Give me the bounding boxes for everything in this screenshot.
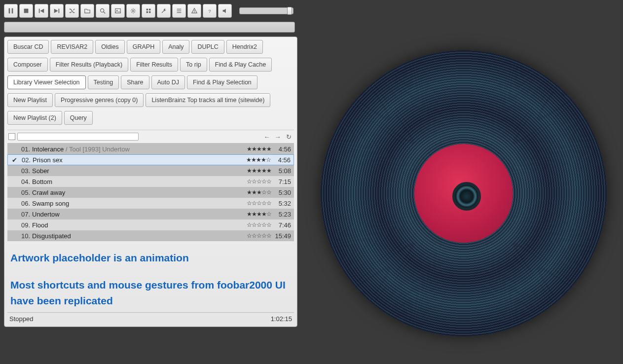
tab-share[interactable]: Share (121, 75, 149, 89)
tab-testing[interactable]: Testing (88, 75, 119, 89)
track-duration: 5:23 (271, 211, 292, 218)
tab-oldies[interactable]: Oldies (95, 40, 124, 54)
search-button[interactable] (96, 4, 110, 18)
mute-button[interactable] (218, 4, 232, 18)
tab-find-play-cache[interactable]: Find & Play Cache (209, 58, 272, 72)
track-row[interactable]: 07. Undertow★★★★☆5:23 (7, 209, 294, 219)
svg-point-11 (132, 10, 134, 12)
image-button[interactable] (111, 4, 125, 18)
track-duration: 7:46 (271, 221, 292, 229)
filter-input[interactable] (17, 133, 139, 141)
playlist-panel: Buscar CDREVISAR2OldiesGRAPHAnalyDUPLCHe… (4, 36, 297, 327)
warning-button[interactable] (187, 4, 201, 18)
track-number: 06. (18, 200, 30, 207)
nav-forward-button[interactable]: → (273, 132, 282, 141)
seek-bar[interactable] (4, 22, 295, 33)
track-list: 01. Intolerance / Tool [1993] Undertow★★… (7, 143, 294, 241)
tab-revisar2[interactable]: REVISAR2 (51, 40, 93, 54)
annotation-line1: Artwork placeholder is an animation (10, 250, 291, 266)
open-button[interactable] (80, 4, 94, 18)
status-bar: Stopped 1:02:15 (7, 312, 294, 324)
track-row[interactable]: 03. Sober★★★★★5:08 (7, 165, 294, 176)
svg-rect-15 (149, 11, 151, 13)
track-number: 10. (18, 232, 30, 240)
tab-composer[interactable]: Composer (7, 58, 48, 72)
tab-filter-results[interactable]: Filter Results (130, 58, 178, 72)
track-number: 09. (18, 221, 30, 229)
list-button[interactable] (172, 4, 186, 18)
track-title: Undertow (30, 211, 242, 218)
volume-slider[interactable] (239, 7, 293, 14)
svg-text:?: ? (208, 8, 211, 14)
track-rating: ★★★★☆ (242, 211, 271, 218)
svg-rect-13 (149, 9, 151, 11)
svg-rect-9 (115, 9, 121, 13)
svg-marker-4 (40, 9, 44, 13)
track-duration: 7:15 (271, 178, 292, 185)
track-rating: ☆☆☆☆☆ (242, 200, 271, 207)
track-duration: 4:56 (271, 146, 292, 153)
track-row[interactable]: 01. Intolerance / Tool [1993] Undertow★★… (7, 144, 294, 154)
tab-new-playlist[interactable]: New Playlist (7, 93, 53, 107)
track-row[interactable]: 04. Bottom☆☆☆☆☆7:15 (7, 176, 294, 187)
track-row[interactable]: 06. Swamp song☆☆☆☆☆5:32 (7, 198, 294, 209)
tab-query[interactable]: Query (64, 111, 93, 125)
track-title: Swamp song (30, 200, 242, 207)
svg-rect-1 (12, 8, 13, 14)
wrench-button[interactable] (157, 4, 171, 18)
tools-button[interactable] (142, 4, 155, 18)
tab-graph[interactable]: GRAPH (127, 40, 160, 54)
track-duration: 5:32 (271, 200, 292, 207)
volume-thumb[interactable] (287, 7, 292, 15)
tab-find-play-selection[interactable]: Find & Play Selection (187, 75, 257, 89)
svg-rect-3 (39, 9, 40, 13)
track-duration: 4:56 (271, 156, 292, 164)
next-button[interactable] (50, 4, 64, 18)
stop-button[interactable] (19, 4, 33, 18)
tab-duplc[interactable]: DUPLC (191, 40, 224, 54)
svg-rect-2 (24, 9, 29, 13)
track-title: Sober (30, 167, 242, 175)
tab-to-rip[interactable]: To rip (180, 58, 207, 72)
svg-rect-12 (147, 9, 148, 11)
nav-reload-button[interactable]: ↻ (284, 132, 293, 141)
track-number: 05. (18, 189, 30, 196)
track-row[interactable]: 10. Disgustipated☆☆☆☆☆15:49 (7, 230, 294, 241)
prev-button[interactable] (35, 4, 48, 18)
track-rating: ★★★★☆ (241, 156, 271, 163)
track-duration: 5:30 (271, 189, 292, 196)
track-rating: ★★★☆☆ (242, 189, 271, 196)
track-duration: 5:08 (271, 167, 292, 175)
track-rating: ☆☆☆☆☆ (242, 178, 271, 185)
track-number: 02. (19, 156, 31, 164)
tab-hendrix2[interactable]: Hendrix2 (226, 40, 263, 54)
help-button[interactable]: ? (203, 4, 217, 18)
track-row[interactable]: ✔02. Prison sex★★★★☆4:56 (7, 154, 294, 165)
tab-listenbrainz-top-tracks-all-time-sitewide-[interactable]: ListenBrainz Top tracks all time (sitewi… (146, 93, 270, 107)
settings-button[interactable] (126, 4, 140, 18)
artwork-panel (311, 31, 617, 356)
vinyl-record-icon (321, 50, 607, 336)
nav-back-button[interactable]: ← (262, 132, 271, 141)
tab-progressive-genres-copy-0-[interactable]: Progressive genres (copy 0) (55, 93, 144, 107)
main-toolbar: ? (4, 4, 619, 18)
pause-button[interactable] (4, 4, 18, 18)
track-number: 04. (18, 178, 30, 185)
shuffle-button[interactable] (65, 4, 79, 18)
vinyl-label (414, 144, 513, 243)
filter-checkbox[interactable] (8, 133, 15, 140)
tab-filter-results-playback-[interactable]: Filter Results (Playback) (50, 58, 128, 72)
tab-new-playlist-2-[interactable]: New Playlist (2) (7, 111, 62, 125)
track-duration: 15:49 (271, 232, 292, 240)
track-rating: ☆☆☆☆☆ (242, 232, 271, 239)
track-row[interactable]: 05. Crawl away★★★☆☆5:30 (7, 187, 294, 198)
tab-library-viewer-selection[interactable]: Library Viewer Selection (7, 75, 86, 89)
track-number: 01. (18, 146, 30, 153)
track-row[interactable]: 09. Flood☆☆☆☆☆7:46 (7, 219, 294, 230)
tab-analy[interactable]: Analy (162, 40, 189, 54)
tab-buscar-cd[interactable]: Buscar CD (7, 40, 49, 54)
filter-row: ← → ↻ (7, 130, 294, 143)
svg-marker-22 (223, 9, 226, 13)
svg-line-8 (104, 12, 106, 14)
tab-auto-dj[interactable]: Auto DJ (151, 75, 185, 89)
